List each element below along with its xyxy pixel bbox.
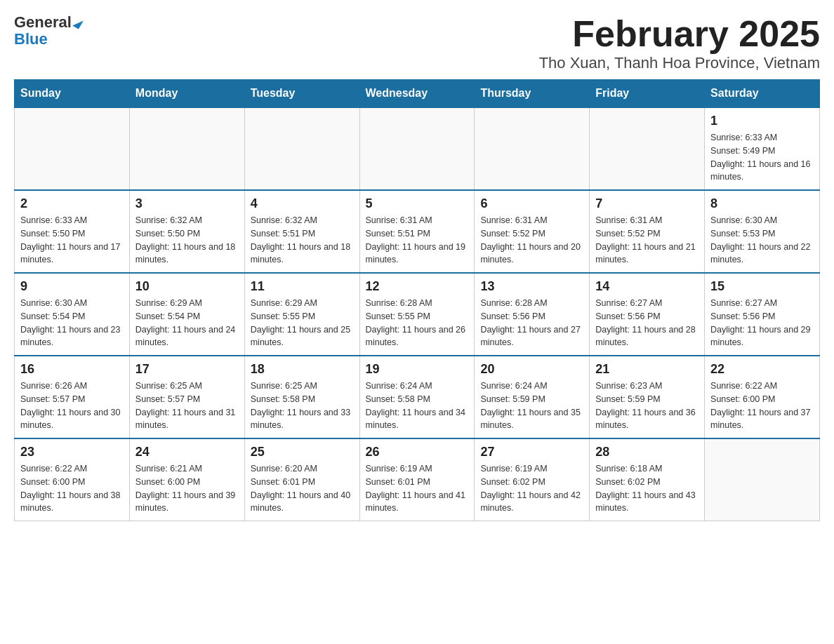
header-tuesday: Tuesday [244,80,359,108]
day-info: Sunrise: 6:25 AM Sunset: 5:57 PM Dayligh… [135,380,239,432]
calendar-cell-w1-d3 [244,107,359,190]
day-number: 19 [366,362,469,377]
day-info: Sunrise: 6:27 AM Sunset: 5:56 PM Dayligh… [595,297,699,349]
week-row-4: 16Sunrise: 6:26 AM Sunset: 5:57 PM Dayli… [15,356,820,438]
calendar-cell-w3-d1: 9Sunrise: 6:30 AM Sunset: 5:54 PM Daylig… [15,273,130,356]
logo-general-text: General [14,13,72,31]
calendar-cell-w4-d5: 20Sunrise: 6:24 AM Sunset: 5:59 PM Dayli… [475,356,590,438]
calendar-cell-w2-d7: 8Sunrise: 6:30 AM Sunset: 5:53 PM Daylig… [705,190,820,273]
day-number: 1 [710,114,814,128]
week-row-3: 9Sunrise: 6:30 AM Sunset: 5:54 PM Daylig… [15,273,820,356]
day-info: Sunrise: 6:29 AM Sunset: 5:54 PM Dayligh… [135,297,239,349]
day-info: Sunrise: 6:30 AM Sunset: 5:54 PM Dayligh… [20,297,124,349]
day-number: 3 [135,196,239,211]
calendar-cell-w4-d6: 21Sunrise: 6:23 AM Sunset: 5:59 PM Dayli… [590,356,705,438]
day-number: 4 [251,196,354,211]
calendar-header-row: Sunday Monday Tuesday Wednesday Thursday… [15,80,820,108]
calendar-cell-w4-d2: 17Sunrise: 6:25 AM Sunset: 5:57 PM Dayli… [129,356,244,438]
day-number: 23 [20,445,124,459]
day-number: 20 [480,362,583,377]
calendar-cell-w3-d5: 13Sunrise: 6:28 AM Sunset: 5:56 PM Dayli… [475,273,590,356]
logo: General Blue [14,14,81,48]
header-saturday: Saturday [705,80,820,108]
calendar-cell-w2-d3: 4Sunrise: 6:32 AM Sunset: 5:51 PM Daylig… [244,190,359,273]
day-info: Sunrise: 6:27 AM Sunset: 5:56 PM Dayligh… [710,297,814,349]
day-number: 28 [595,445,699,459]
calendar-cell-w1-d4 [359,107,475,190]
calendar-cell-w5-d3: 25Sunrise: 6:20 AM Sunset: 6:01 PM Dayli… [244,438,359,521]
title-section: February 2025 Tho Xuan, Thanh Hoa Provin… [539,14,820,72]
day-number: 26 [366,445,469,459]
day-info: Sunrise: 6:24 AM Sunset: 5:58 PM Dayligh… [366,380,469,432]
day-info: Sunrise: 6:26 AM Sunset: 5:57 PM Dayligh… [20,380,124,432]
week-row-5: 23Sunrise: 6:22 AM Sunset: 6:00 PM Dayli… [15,438,820,521]
day-info: Sunrise: 6:29 AM Sunset: 5:55 PM Dayligh… [251,297,354,349]
calendar-cell-w3-d6: 14Sunrise: 6:27 AM Sunset: 5:56 PM Dayli… [590,273,705,356]
page-title: February 2025 [539,14,820,54]
day-info: Sunrise: 6:31 AM Sunset: 5:52 PM Dayligh… [595,214,699,267]
day-info: Sunrise: 6:23 AM Sunset: 5:59 PM Dayligh… [595,380,699,432]
calendar-cell-w5-d7 [705,438,820,521]
calendar-cell-w3-d3: 11Sunrise: 6:29 AM Sunset: 5:55 PM Dayli… [244,273,359,356]
day-number: 15 [710,279,814,294]
day-info: Sunrise: 6:20 AM Sunset: 6:01 PM Dayligh… [251,462,354,515]
day-info: Sunrise: 6:33 AM Sunset: 5:49 PM Dayligh… [710,131,814,184]
calendar-cell-w2-d1: 2Sunrise: 6:33 AM Sunset: 5:50 PM Daylig… [15,190,130,273]
day-number: 16 [20,362,124,377]
calendar-cell-w1-d6 [590,107,705,190]
day-number: 22 [710,362,814,377]
day-number: 14 [595,279,699,294]
calendar-cell-w1-d1 [15,107,130,190]
day-number: 25 [251,445,354,459]
day-number: 5 [366,196,469,211]
day-number: 11 [251,279,354,294]
calendar-cell-w3-d2: 10Sunrise: 6:29 AM Sunset: 5:54 PM Dayli… [129,273,244,356]
header-sunday: Sunday [15,80,130,108]
calendar-cell-w4-d4: 19Sunrise: 6:24 AM Sunset: 5:58 PM Dayli… [359,356,475,438]
calendar-cell-w5-d1: 23Sunrise: 6:22 AM Sunset: 6:00 PM Dayli… [15,438,130,521]
week-row-2: 2Sunrise: 6:33 AM Sunset: 5:50 PM Daylig… [15,190,820,273]
calendar-cell-w5-d6: 28Sunrise: 6:18 AM Sunset: 6:02 PM Dayli… [590,438,705,521]
day-number: 18 [251,362,354,377]
page-header: General Blue February 2025 Tho Xuan, Tha… [14,14,820,72]
calendar-cell-w4-d7: 22Sunrise: 6:22 AM Sunset: 6:00 PM Dayli… [705,356,820,438]
day-number: 21 [595,362,699,377]
calendar-cell-w2-d2: 3Sunrise: 6:32 AM Sunset: 5:50 PM Daylig… [129,190,244,273]
calendar-cell-w4-d1: 16Sunrise: 6:26 AM Sunset: 5:57 PM Dayli… [15,356,130,438]
day-info: Sunrise: 6:24 AM Sunset: 5:59 PM Dayligh… [480,380,583,432]
calendar-cell-w5-d5: 27Sunrise: 6:19 AM Sunset: 6:02 PM Dayli… [475,438,590,521]
calendar-cell-w1-d2 [129,107,244,190]
logo-triangle-icon [72,18,84,29]
calendar-table: Sunday Monday Tuesday Wednesday Thursday… [14,79,820,521]
calendar-cell-w3-d4: 12Sunrise: 6:28 AM Sunset: 5:55 PM Dayli… [359,273,475,356]
logo-blue-text: Blue [14,31,81,48]
day-info: Sunrise: 6:31 AM Sunset: 5:52 PM Dayligh… [480,214,583,267]
calendar-cell-w3-d7: 15Sunrise: 6:27 AM Sunset: 5:56 PM Dayli… [705,273,820,356]
header-monday: Monday [129,80,244,108]
header-thursday: Thursday [475,80,590,108]
calendar-cell-w5-d2: 24Sunrise: 6:21 AM Sunset: 6:00 PM Dayli… [129,438,244,521]
day-number: 13 [480,279,583,294]
day-info: Sunrise: 6:33 AM Sunset: 5:50 PM Dayligh… [20,214,124,267]
day-number: 2 [20,196,124,211]
day-number: 24 [135,445,239,459]
day-number: 27 [480,445,583,459]
calendar-cell-w2-d5: 6Sunrise: 6:31 AM Sunset: 5:52 PM Daylig… [475,190,590,273]
calendar-cell-w2-d4: 5Sunrise: 6:31 AM Sunset: 5:51 PM Daylig… [359,190,475,273]
calendar-cell-w1-d7: 1Sunrise: 6:33 AM Sunset: 5:49 PM Daylig… [705,107,820,190]
day-info: Sunrise: 6:31 AM Sunset: 5:51 PM Dayligh… [366,214,469,267]
header-wednesday: Wednesday [359,80,475,108]
day-info: Sunrise: 6:18 AM Sunset: 6:02 PM Dayligh… [595,462,699,515]
day-info: Sunrise: 6:22 AM Sunset: 6:00 PM Dayligh… [20,462,124,515]
week-row-1: 1Sunrise: 6:33 AM Sunset: 5:49 PM Daylig… [15,107,820,190]
day-info: Sunrise: 6:28 AM Sunset: 5:56 PM Dayligh… [480,297,583,349]
header-friday: Friday [590,80,705,108]
day-number: 7 [595,196,699,211]
day-info: Sunrise: 6:32 AM Sunset: 5:50 PM Dayligh… [135,214,239,267]
day-info: Sunrise: 6:25 AM Sunset: 5:58 PM Dayligh… [251,380,354,432]
day-info: Sunrise: 6:30 AM Sunset: 5:53 PM Dayligh… [710,214,814,267]
calendar-cell-w5-d4: 26Sunrise: 6:19 AM Sunset: 6:01 PM Dayli… [359,438,475,521]
day-number: 12 [366,279,469,294]
day-number: 8 [710,196,814,211]
calendar-cell-w4-d3: 18Sunrise: 6:25 AM Sunset: 5:58 PM Dayli… [244,356,359,438]
